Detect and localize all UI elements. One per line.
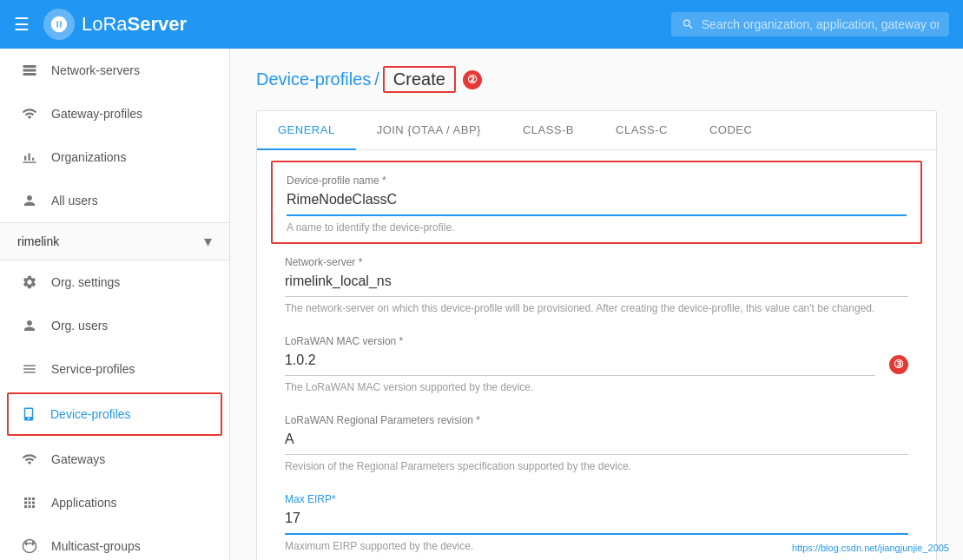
sidebar-label-gateway-profiles: Gateway-profiles — [51, 107, 142, 121]
network-server-group: Network-server * rimelink_local_ns The n… — [257, 244, 936, 323]
max-eirp-value[interactable]: 17 — [285, 511, 908, 535]
lorawan-regional-group: LoRaWAN Regional Parameters revision * A… — [257, 402, 936, 481]
gateway-profiles-icon — [20, 104, 39, 123]
main-content: Device-profiles / Create ② GENERAL JOIN … — [230, 49, 963, 560]
multicast-groups-icon — [20, 537, 39, 556]
breadcrumb: Device-profiles / Create ② — [256, 66, 937, 93]
device-profile-name-hint: A name to identify the device-profile. — [287, 221, 907, 234]
lorawan-mac-badge: ③ — [889, 355, 908, 374]
device-profile-name-value[interactable]: RimeNodeClassC — [287, 192, 907, 216]
svg-rect-2 — [23, 73, 36, 76]
gateways-icon — [20, 450, 39, 469]
sidebar-item-org-settings[interactable]: Org. settings — [0, 260, 229, 304]
tab-class-b[interactable]: CLASS-B — [502, 111, 595, 150]
sidebar-label-service-profiles: Service-profiles — [51, 362, 135, 376]
lorawan-mac-hint: The LoRaWAN MAC version supported by the… — [285, 381, 908, 393]
sidebar-item-service-profiles[interactable]: Service-profiles — [0, 347, 229, 391]
tab-general[interactable]: GENERAL — [257, 111, 356, 150]
tab-join[interactable]: JOIN {OTAA / ABP} — [356, 111, 502, 150]
service-profiles-icon — [20, 359, 39, 379]
org-users-icon — [20, 316, 39, 335]
sidebar-item-organizations[interactable]: Organizations — [0, 135, 229, 179]
tab-codec[interactable]: CODEC — [689, 111, 773, 150]
svg-rect-1 — [23, 69, 36, 72]
all-users-icon — [20, 191, 39, 210]
sidebar-item-applications[interactable]: Applications — [0, 481, 229, 524]
search-icon — [682, 17, 695, 31]
logo-server: Server — [128, 13, 188, 36]
max-eirp-label: Max EIRP* — [285, 493, 908, 505]
device-profiles-icon — [19, 405, 38, 424]
sidebar-label-multicast-groups: Multicast-groups — [51, 539, 141, 553]
org-name: rimelink — [17, 234, 204, 248]
sidebar-label-network-servers: Network-servers — [51, 63, 140, 77]
breadcrumb-link[interactable]: Device-profiles — [256, 69, 371, 89]
logo-icon — [43, 9, 75, 40]
form-content: Device-profile name * RimeNodeClassC A n… — [257, 161, 936, 560]
logo: LoRaServer — [43, 9, 187, 40]
org-selector[interactable]: rimelink ▾ — [0, 222, 229, 260]
form-card: GENERAL JOIN {OTAA / ABP} CLASS-B CLASS-… — [256, 110, 937, 560]
sidebar-label-all-users: All users — [51, 194, 98, 208]
sidebar-label-applications: Applications — [51, 496, 117, 510]
network-server-hint: The network-server on which this device-… — [285, 302, 908, 314]
lorawan-mac-group: LoRaWAN MAC version * 1.0.2 ③ The LoRaWA… — [257, 323, 936, 402]
breadcrumb-current: Create — [383, 66, 456, 93]
lorawan-mac-label: LoRaWAN MAC version * — [285, 335, 908, 347]
sidebar-label-org-users: Org. users — [51, 319, 108, 333]
menu-icon[interactable]: ☰ — [14, 14, 30, 35]
logo-lora: LoRa — [82, 13, 128, 36]
network-server-value[interactable]: rimelink_local_ns — [285, 273, 908, 297]
sidebar-item-all-users[interactable]: All users — [0, 179, 229, 222]
footer-note: https://blog.csdn.net/jiangjunjie_2005 — [792, 543, 949, 553]
lorawan-mac-value[interactable]: 1.0.2 — [285, 352, 875, 376]
sidebar-label-device-profiles: Device-profiles — [50, 407, 131, 421]
sidebar-item-gateway-profiles[interactable]: Gateway-profiles — [0, 92, 229, 135]
breadcrumb-sep: / — [374, 69, 379, 89]
search-input[interactable] — [702, 17, 939, 31]
network-server-label: Network-server * — [285, 256, 908, 268]
sidebar-label-organizations: Organizations — [51, 150, 126, 164]
lorawan-regional-label: LoRaWAN Regional Parameters revision * — [285, 414, 908, 426]
sidebar-label-org-settings: Org. settings — [51, 275, 120, 289]
lorawan-regional-hint: Revision of the Regional Parameters spec… — [285, 460, 908, 472]
sidebar-item-device-profiles[interactable]: Device-profiles — [7, 392, 222, 436]
applications-icon — [20, 493, 39, 512]
organizations-icon — [20, 148, 39, 167]
network-servers-icon — [20, 61, 39, 80]
device-profile-name-group: Device-profile name * RimeNodeClassC A n… — [271, 161, 922, 244]
device-profile-name-label: Device-profile name * — [287, 175, 907, 187]
sidebar-item-org-users[interactable]: Org. users — [0, 304, 229, 347]
search-bar[interactable] — [671, 12, 949, 36]
sidebar-item-gateways[interactable]: Gateways — [0, 438, 229, 481]
tabs: GENERAL JOIN {OTAA / ABP} CLASS-B CLASS-… — [257, 111, 936, 150]
sidebar-item-network-servers[interactable]: Network-servers — [0, 49, 229, 92]
tab-class-c[interactable]: CLASS-C — [595, 111, 689, 150]
sidebar-item-multicast-groups[interactable]: Multicast-groups — [0, 524, 229, 560]
lorawan-regional-value[interactable]: A — [285, 432, 908, 455]
sidebar: Network-servers Gateway-profiles Organiz… — [0, 49, 230, 560]
sidebar-label-gateways: Gateways — [51, 452, 105, 466]
chevron-down-icon: ▾ — [204, 232, 212, 251]
topnav: ☰ LoRaServer — [0, 0, 963, 49]
org-settings-icon — [20, 273, 39, 292]
step-badge: ② — [463, 70, 482, 89]
svg-rect-0 — [23, 65, 36, 68]
